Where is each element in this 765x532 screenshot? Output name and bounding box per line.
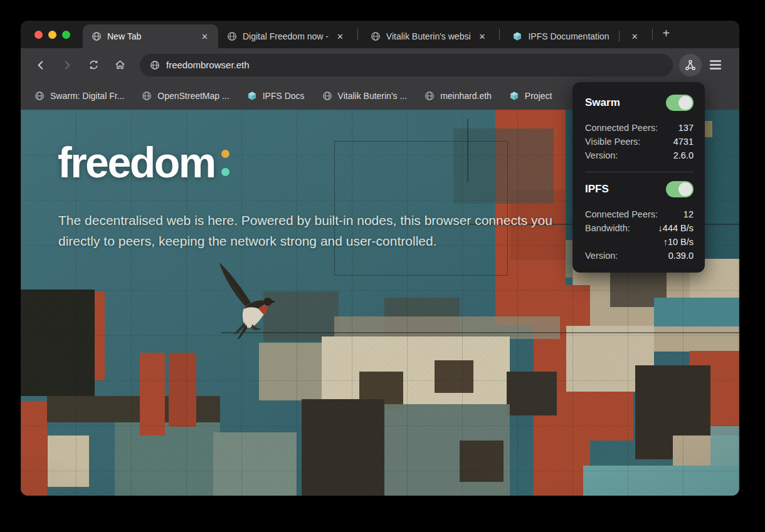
globe-icon bbox=[227, 31, 237, 41]
url-bar[interactable]: freedombrowser.eth bbox=[140, 54, 673, 76]
logo-colon bbox=[221, 150, 230, 176]
toggle-knob bbox=[678, 96, 692, 110]
stat-row: ↑10 B/s bbox=[585, 235, 694, 249]
globe-icon bbox=[92, 31, 102, 41]
bookmark-label: meinhard.eth bbox=[440, 91, 492, 101]
bookmark-ipfs-docs[interactable]: IPFS Docs bbox=[247, 91, 305, 101]
globe-icon bbox=[371, 31, 381, 41]
bookmark-vitalik[interactable]: Vitalik Buterin's ... bbox=[322, 91, 408, 101]
node-status-button[interactable] bbox=[679, 54, 702, 76]
ipfs-toggle[interactable] bbox=[666, 181, 694, 197]
globe-icon bbox=[425, 91, 435, 101]
tab-close-button[interactable]: ✕ bbox=[334, 31, 346, 43]
stat-label: Connected Peers: bbox=[585, 121, 658, 135]
tab-digital-freedom[interactable]: Digital Freedom now - ✕ bbox=[218, 24, 354, 48]
navigation-toolbar: freedombrowser.eth bbox=[21, 48, 739, 81]
bookmark-label: IPFS Docs bbox=[263, 91, 305, 101]
tab-new-tab[interactable]: New Tab ✕ bbox=[83, 24, 218, 48]
back-button[interactable] bbox=[29, 54, 52, 76]
stat-value: ↓444 B/s bbox=[658, 221, 694, 235]
ipfs-section-header: IPFS bbox=[585, 181, 694, 197]
bookmark-label: Swarm: Digital Fr... bbox=[50, 91, 124, 101]
hero-tagline: The decentralised web is here. Powered b… bbox=[58, 210, 572, 251]
bookmark-label: OpenStreetMap ... bbox=[157, 91, 229, 101]
refresh-button[interactable] bbox=[82, 54, 105, 76]
stat-value: 2.6.0 bbox=[673, 149, 694, 162]
stat-value: ↑10 B/s bbox=[663, 235, 694, 249]
ipfs-title: IPFS bbox=[585, 183, 609, 196]
stat-value: 4731 bbox=[673, 135, 694, 149]
tab-label: Vitalik Buterin's websi bbox=[386, 31, 471, 41]
stat-label: Version: bbox=[585, 249, 618, 263]
bookmark-label: Vitalik Buterin's ... bbox=[338, 91, 408, 101]
browser-window: New Tab ✕ Digital Freedom now - ✕ Vitali… bbox=[21, 21, 739, 496]
stat-label: Version: bbox=[585, 149, 618, 162]
ipfs-cube-icon bbox=[512, 31, 522, 41]
tab-separator bbox=[652, 29, 653, 40]
stat-label: Bandwidth: bbox=[585, 221, 630, 235]
stat-row: Bandwidth: ↓444 B/s bbox=[585, 221, 694, 235]
tab-close-button[interactable]: ✕ bbox=[477, 31, 488, 43]
stat-row: Connected Peers: 12 bbox=[585, 207, 694, 221]
menu-button[interactable] bbox=[704, 54, 727, 76]
tab-label: IPFS Documentation bbox=[528, 31, 609, 41]
tab-strip: New Tab ✕ Digital Freedom now - ✕ Vitali… bbox=[21, 21, 739, 48]
popup-divider bbox=[585, 172, 694, 172]
stat-label: Visible Peers: bbox=[585, 135, 640, 149]
traffic-lights bbox=[21, 21, 83, 48]
tab-vitalik[interactable]: Vitalik Buterin's websi ✕ bbox=[362, 24, 496, 48]
bookmark-label: Project bbox=[525, 91, 552, 101]
bookmark-swarm[interactable]: Swarm: Digital Fr... bbox=[34, 91, 124, 101]
swallow-bird-illustration bbox=[214, 261, 282, 344]
close-window-button[interactable] bbox=[34, 31, 43, 39]
swarm-toggle[interactable] bbox=[666, 95, 694, 111]
network-nodes-icon bbox=[684, 59, 697, 71]
stat-row: Version: 0.39.0 bbox=[585, 249, 694, 263]
tab-separator bbox=[499, 29, 500, 40]
refresh-icon bbox=[88, 59, 100, 71]
freedom-logo: freedom bbox=[58, 141, 230, 184]
stat-value: 12 bbox=[683, 207, 694, 221]
tab-separator bbox=[619, 31, 620, 42]
forward-button[interactable] bbox=[56, 54, 78, 76]
tab-label: Digital Freedom now - bbox=[243, 31, 329, 41]
swarm-title: Swarm bbox=[585, 96, 620, 109]
maximize-window-button[interactable] bbox=[62, 31, 70, 39]
logo-wordmark: freedom bbox=[58, 141, 215, 184]
tab-close-button[interactable]: ✕ bbox=[199, 31, 211, 43]
globe-icon bbox=[322, 91, 332, 101]
home-icon bbox=[114, 59, 126, 71]
ipfs-cube-icon bbox=[509, 91, 519, 101]
bookmark-openstreetmap[interactable]: OpenStreetMap ... bbox=[142, 91, 229, 101]
home-button[interactable] bbox=[108, 54, 131, 76]
globe-icon bbox=[142, 91, 152, 101]
stat-label: Connected Peers: bbox=[585, 207, 658, 221]
logo-dot-mint bbox=[221, 168, 230, 176]
swarm-section-header: Swarm bbox=[585, 95, 694, 111]
bookmark-meinhard[interactable]: meinhard.eth bbox=[425, 91, 492, 101]
tab-close-button[interactable]: ✕ bbox=[629, 31, 641, 43]
globe-icon bbox=[34, 91, 45, 101]
tab-separator bbox=[357, 29, 358, 40]
stat-row: Visible Peers: 4731 bbox=[585, 135, 694, 149]
minimize-window-button[interactable] bbox=[48, 31, 56, 39]
bookmark-project[interactable]: Project bbox=[509, 91, 552, 101]
hamburger-icon bbox=[710, 60, 721, 69]
url-text: freedombrowser.eth bbox=[166, 60, 250, 70]
node-status-popup: Swarm Connected Peers: 137 Visible Peers… bbox=[572, 82, 705, 273]
stat-value: 0.39.0 bbox=[668, 249, 694, 263]
logo-dot-orange bbox=[221, 150, 230, 158]
tab-label: New Tab bbox=[107, 31, 193, 41]
stat-row: Connected Peers: 137 bbox=[585, 121, 694, 135]
toggle-knob bbox=[678, 182, 692, 196]
new-tab-button[interactable]: + bbox=[657, 26, 677, 41]
chevron-left-icon bbox=[35, 60, 46, 71]
globe-icon bbox=[150, 60, 160, 70]
chevron-right-icon bbox=[61, 60, 73, 71]
stat-value: 137 bbox=[678, 121, 694, 135]
stat-row: Version: 2.6.0 bbox=[585, 149, 694, 162]
ipfs-cube-icon bbox=[247, 91, 257, 101]
tab-ipfs-docs[interactable]: IPFS Documentation ✕ bbox=[504, 24, 648, 48]
